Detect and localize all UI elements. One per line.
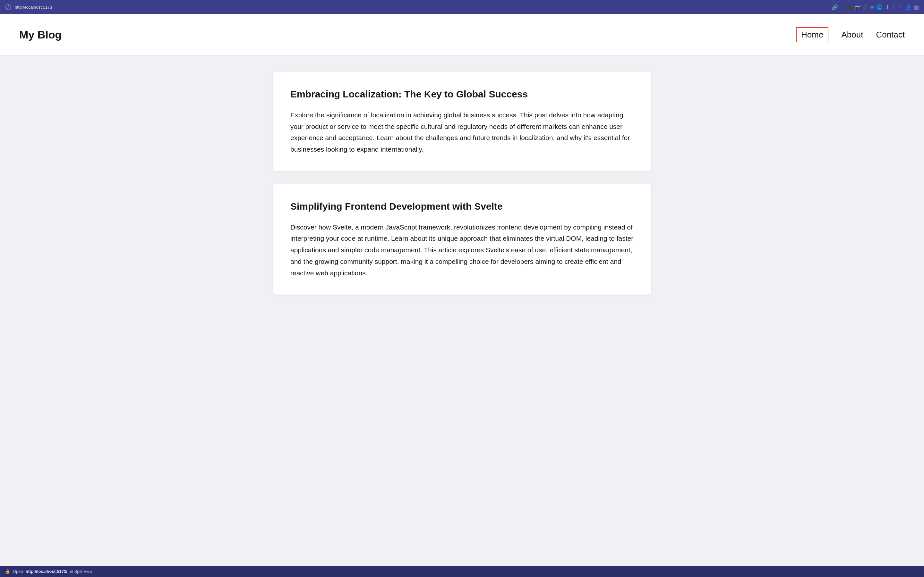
info-icon: i [5,4,11,10]
lock-icon: 🔒 [5,569,10,574]
blog-post-2: Simplifying Frontend Development with Sv… [273,184,651,295]
screenshot-icon[interactable]: ⬛ [846,4,853,10]
status-bar-text: Open [13,569,23,574]
status-bar: 🔒 Open http://localhost:5173/ in Split V… [0,566,924,577]
globe-icon[interactable]: 🌐 [876,4,883,10]
navbar: My Blog Home About Contact [0,14,924,56]
nav-link-about[interactable]: About [841,30,863,40]
main-content: Embracing Localization: The Key to Globa… [254,56,670,324]
divider2 [865,4,866,10]
blog-post-1-title: Embracing Localization: The Key to Globa… [290,88,634,100]
share-icon[interactable]: ↔ [897,4,903,10]
camera-icon[interactable]: 📷 [855,4,861,10]
nav-links: Home About Contact [796,27,905,42]
status-bar-suffix: in Split View [70,569,93,574]
blog-post-1: Embracing Localization: The Key to Globa… [273,72,651,171]
sidebar-icon[interactable]: ▦ [914,4,919,10]
divider [842,4,842,10]
blog-post-2-title: Simplifying Frontend Development with Sv… [290,200,634,213]
status-bar-link[interactable]: http://localhost:5173/ [26,569,67,574]
nav-link-home[interactable]: Home [796,27,829,42]
link-icon[interactable]: 🔗 [832,4,838,10]
divider3 [893,4,893,10]
mail-icon[interactable]: ✉ [869,4,874,10]
blog-post-1-excerpt: Explore the significance of localization… [290,109,634,155]
browser-chrome: i http://localhost:5173 🔗 ⬛ 📷 ✉ 🌐 ⬇ ↔ 👤 … [0,0,924,14]
browser-actions: 🔗 ⬛ 📷 ✉ 🌐 ⬇ ↔ 👤 ▦ [832,4,919,10]
nav-link-contact[interactable]: Contact [876,30,905,40]
site-title: My Blog [19,29,61,41]
download-icon[interactable]: ⬇ [885,4,889,10]
blog-post-2-excerpt: Discover how Svelte, a modern JavaScript… [290,221,634,279]
browser-url: http://localhost:5173 [15,5,828,10]
user-icon[interactable]: 👤 [905,4,911,10]
